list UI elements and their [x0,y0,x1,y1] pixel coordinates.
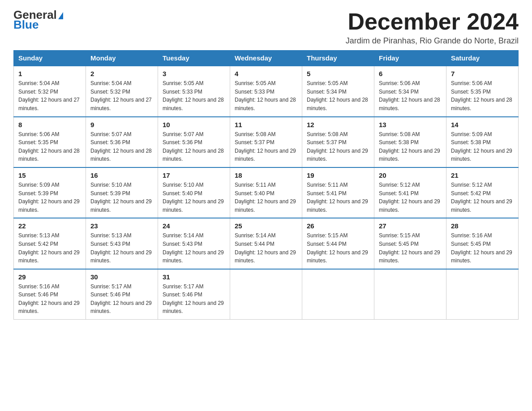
title-block: December 2024 Jardim de Piranhas, Rio Gr… [346,9,519,46]
calendar-header-tuesday: Tuesday [158,51,230,66]
day-info: Sunrise: 5:05 AM Sunset: 5:33 PM Dayligh… [235,79,297,112]
calendar-cell: 31 Sunrise: 5:17 AM Sunset: 5:46 PM Dayl… [158,269,230,320]
day-number: 1 [18,70,81,77]
day-number: 26 [307,222,369,230]
day-number: 12 [307,121,369,128]
calendar-cell: 4 Sunrise: 5:05 AM Sunset: 5:33 PM Dayli… [230,66,302,116]
day-info: Sunrise: 5:10 AM Sunset: 5:39 PM Dayligh… [90,181,153,214]
calendar-cell: 23 Sunrise: 5:13 AM Sunset: 5:43 PM Dayl… [86,218,158,269]
calendar-cell: 8 Sunrise: 5:06 AM Sunset: 5:35 PM Dayli… [14,117,86,167]
day-number: 15 [18,171,81,179]
day-number: 10 [163,121,225,128]
day-number: 8 [18,121,81,128]
calendar-table: SundayMondayTuesdayWednesdayThursdayFrid… [13,50,519,320]
day-number: 27 [379,222,442,230]
calendar-header-friday: Friday [374,51,446,66]
day-info: Sunrise: 5:06 AM Sunset: 5:35 PM Dayligh… [18,130,81,163]
calendar-cell [446,269,519,320]
calendar-cell: 1 Sunrise: 5:04 AM Sunset: 5:32 PM Dayli… [14,66,86,116]
calendar-cell: 12 Sunrise: 5:08 AM Sunset: 5:37 PM Dayl… [302,117,374,167]
day-info: Sunrise: 5:17 AM Sunset: 5:46 PM Dayligh… [90,283,153,316]
day-number: 3 [163,70,225,77]
calendar-cell [302,269,374,320]
day-info: Sunrise: 5:16 AM Sunset: 5:46 PM Dayligh… [18,283,81,316]
day-info: Sunrise: 5:08 AM Sunset: 5:37 PM Dayligh… [307,130,369,163]
day-number: 19 [307,171,369,179]
calendar-cell: 11 Sunrise: 5:08 AM Sunset: 5:37 PM Dayl… [230,117,302,167]
day-number: 4 [235,70,297,77]
day-number: 31 [163,273,225,281]
day-info: Sunrise: 5:07 AM Sunset: 5:36 PM Dayligh… [90,130,153,163]
calendar-cell: 28 Sunrise: 5:16 AM Sunset: 5:45 PM Dayl… [446,218,519,269]
calendar-cell: 16 Sunrise: 5:10 AM Sunset: 5:39 PM Dayl… [86,167,158,218]
day-info: Sunrise: 5:05 AM Sunset: 5:33 PM Dayligh… [163,79,225,112]
calendar-cell: 2 Sunrise: 5:04 AM Sunset: 5:32 PM Dayli… [86,66,158,116]
day-number: 6 [379,70,442,77]
day-number: 7 [451,70,514,77]
calendar-header-sunday: Sunday [14,51,86,66]
calendar-header-row: SundayMondayTuesdayWednesdayThursdayFrid… [14,51,519,66]
calendar-cell: 14 Sunrise: 5:09 AM Sunset: 5:38 PM Dayl… [446,117,519,167]
calendar-cell: 10 Sunrise: 5:07 AM Sunset: 5:36 PM Dayl… [158,117,230,167]
day-info: Sunrise: 5:17 AM Sunset: 5:46 PM Dayligh… [163,283,225,316]
calendar-cell: 24 Sunrise: 5:14 AM Sunset: 5:43 PM Dayl… [158,218,230,269]
calendar-cell: 27 Sunrise: 5:15 AM Sunset: 5:45 PM Dayl… [374,218,446,269]
day-number: 28 [451,222,514,230]
day-number: 29 [18,273,81,281]
calendar-cell: 17 Sunrise: 5:10 AM Sunset: 5:40 PM Dayl… [158,167,230,218]
calendar-cell: 26 Sunrise: 5:15 AM Sunset: 5:44 PM Dayl… [302,218,374,269]
day-info: Sunrise: 5:07 AM Sunset: 5:36 PM Dayligh… [163,130,225,163]
calendar-cell: 7 Sunrise: 5:06 AM Sunset: 5:35 PM Dayli… [446,66,519,116]
day-info: Sunrise: 5:08 AM Sunset: 5:37 PM Dayligh… [235,130,297,163]
location-text: Jardim de Piranhas, Rio Grande do Norte,… [346,36,519,46]
day-info: Sunrise: 5:14 AM Sunset: 5:43 PM Dayligh… [163,231,225,265]
calendar-header-saturday: Saturday [446,51,519,66]
calendar-cell: 6 Sunrise: 5:06 AM Sunset: 5:34 PM Dayli… [374,66,446,116]
logo: General Blue [13,9,63,30]
day-info: Sunrise: 5:12 AM Sunset: 5:41 PM Dayligh… [379,181,442,214]
calendar-week-row: 29 Sunrise: 5:16 AM Sunset: 5:46 PM Dayl… [14,269,519,320]
calendar-week-row: 1 Sunrise: 5:04 AM Sunset: 5:32 PM Dayli… [14,66,519,116]
calendar-week-row: 8 Sunrise: 5:06 AM Sunset: 5:35 PM Dayli… [14,117,519,167]
calendar-header-wednesday: Wednesday [230,51,302,66]
calendar-cell: 3 Sunrise: 5:05 AM Sunset: 5:33 PM Dayli… [158,66,230,116]
day-info: Sunrise: 5:11 AM Sunset: 5:41 PM Dayligh… [307,181,369,214]
day-number: 13 [379,121,442,128]
month-title: December 2024 [346,9,519,34]
day-number: 21 [451,171,514,179]
day-number: 2 [90,70,153,77]
day-info: Sunrise: 5:10 AM Sunset: 5:40 PM Dayligh… [163,181,225,214]
day-number: 14 [451,121,514,128]
day-number: 5 [307,70,369,77]
day-number: 23 [90,222,153,230]
day-info: Sunrise: 5:09 AM Sunset: 5:39 PM Dayligh… [18,181,81,214]
calendar-week-row: 22 Sunrise: 5:13 AM Sunset: 5:42 PM Dayl… [14,218,519,269]
calendar-cell: 29 Sunrise: 5:16 AM Sunset: 5:46 PM Dayl… [14,269,86,320]
day-number: 18 [235,171,297,179]
day-number: 9 [90,121,153,128]
day-info: Sunrise: 5:04 AM Sunset: 5:32 PM Dayligh… [18,79,81,112]
calendar-cell: 25 Sunrise: 5:14 AM Sunset: 5:44 PM Dayl… [230,218,302,269]
calendar-cell: 18 Sunrise: 5:11 AM Sunset: 5:40 PM Dayl… [230,167,302,218]
calendar-cell: 22 Sunrise: 5:13 AM Sunset: 5:42 PM Dayl… [14,218,86,269]
day-info: Sunrise: 5:14 AM Sunset: 5:44 PM Dayligh… [235,231,297,265]
calendar-cell: 19 Sunrise: 5:11 AM Sunset: 5:41 PM Dayl… [302,167,374,218]
calendar-cell: 15 Sunrise: 5:09 AM Sunset: 5:39 PM Dayl… [14,167,86,218]
day-number: 11 [235,121,297,128]
day-info: Sunrise: 5:08 AM Sunset: 5:38 PM Dayligh… [379,130,442,163]
logo-blue-text: Blue [13,19,39,30]
day-number: 22 [18,222,81,230]
calendar-cell: 9 Sunrise: 5:07 AM Sunset: 5:36 PM Dayli… [86,117,158,167]
day-info: Sunrise: 5:09 AM Sunset: 5:38 PM Dayligh… [451,130,514,163]
day-number: 30 [90,273,153,281]
day-number: 17 [163,171,225,179]
calendar-cell [374,269,446,320]
day-info: Sunrise: 5:15 AM Sunset: 5:45 PM Dayligh… [379,231,442,265]
page-header: General Blue December 2024 Jardim de Pir… [13,9,519,46]
logo-triangle-icon [58,12,63,19]
calendar-header-monday: Monday [86,51,158,66]
calendar-cell [230,269,302,320]
day-number: 16 [90,171,153,179]
day-number: 20 [379,171,442,179]
day-info: Sunrise: 5:06 AM Sunset: 5:35 PM Dayligh… [451,79,514,112]
